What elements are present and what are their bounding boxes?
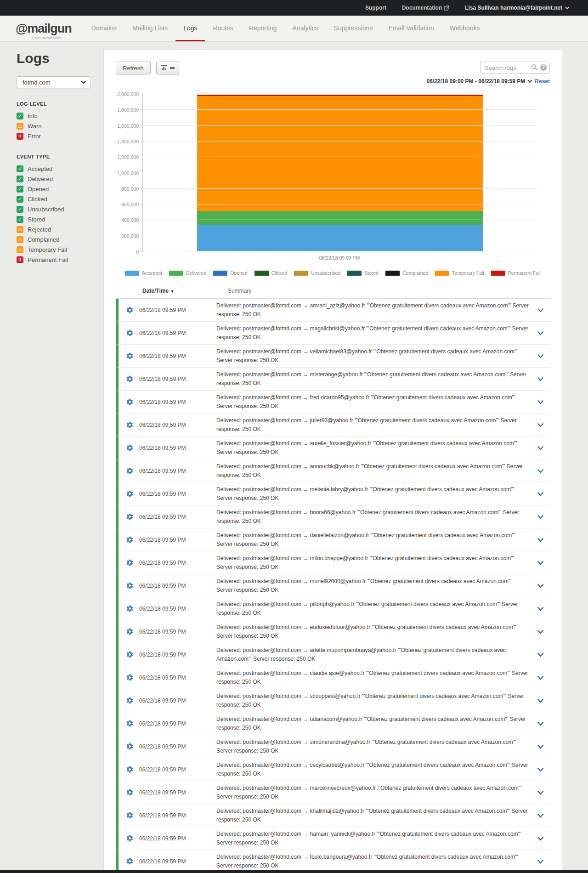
table-row[interactable]: 06/22/18 09:59 PM Delivered: postmaster@…	[116, 414, 550, 436]
table-row[interactable]: 06/22/18 09:59 PM Delivered: postmaster@…	[116, 345, 550, 368]
gear-icon[interactable]	[126, 788, 134, 796]
filter-stored[interactable]: ✓Stored	[17, 214, 103, 224]
nav-item-email-validation[interactable]: Email Validation	[380, 16, 441, 41]
table-row[interactable]: 06/22/18 09:59 PM Delivered: postmaster@…	[116, 574, 550, 597]
user-menu[interactable]: Lisa Sullivan harmonia@fairpoint.net	[465, 5, 570, 11]
check-icon[interactable]: ✓	[17, 176, 23, 182]
table-row[interactable]: 06/22/18 09:59 PM Delivered: postmaster@…	[116, 436, 550, 459]
table-row[interactable]: 06/22/18 09:59 PM Delivered: postmaster@…	[116, 551, 550, 574]
expand-chevron-icon[interactable]	[537, 744, 544, 749]
expand-chevron-icon[interactable]	[537, 469, 544, 473]
mailgun-logo[interactable]: @mailgun Email Automation	[16, 16, 72, 41]
filter-info[interactable]: ✓Info	[17, 111, 103, 121]
nav-item-analytics[interactable]: Analytics	[285, 16, 326, 41]
gear-icon[interactable]	[126, 651, 134, 658]
gear-icon[interactable]	[126, 467, 134, 475]
filter-delivered[interactable]: ✓Delivered	[17, 174, 103, 184]
gear-icon[interactable]	[126, 743, 134, 750]
gear-icon[interactable]	[126, 536, 134, 544]
expand-chevron-icon[interactable]	[537, 767, 544, 772]
table-row[interactable]: 06/22/18 09:59 PM Delivered: postmaster@…	[116, 459, 550, 482]
expand-chevron-icon[interactable]	[537, 721, 544, 726]
table-row[interactable]: 06/22/18 09:59 PM Delivered: postmaster@…	[116, 735, 550, 758]
gear-icon[interactable]	[126, 329, 134, 337]
check-icon[interactable]: ✓	[17, 196, 23, 203]
table-row[interactable]: 06/22/18 09:59 PM Delivered: postmaster@…	[116, 322, 550, 345]
expand-chevron-icon[interactable]	[537, 446, 544, 450]
expand-chevron-icon[interactable]	[537, 515, 544, 519]
expand-chevron-icon[interactable]	[537, 584, 544, 588]
expand-chevron-icon[interactable]	[537, 859, 544, 864]
refresh-button[interactable]: Refresh	[116, 62, 151, 74]
bar-segment-delivered[interactable]	[197, 211, 483, 225]
gear-icon[interactable]	[126, 834, 134, 842]
expand-chevron-icon[interactable]	[537, 652, 544, 657]
gear-icon[interactable]	[126, 582, 134, 590]
table-row[interactable]: 06/22/18 09:59 PM Delivered: postmaster@…	[116, 299, 550, 322]
expand-chevron-icon[interactable]	[537, 790, 544, 795]
warning-icon[interactable]: ⚠	[17, 226, 23, 233]
gear-icon[interactable]	[126, 559, 134, 567]
table-row[interactable]: 06/22/18 09:59 PM Delivered: postmaster@…	[116, 597, 550, 620]
expand-chevron-icon[interactable]	[537, 538, 544, 542]
table-row[interactable]: 06/22/18 09:59 PM Delivered: postmaster@…	[116, 689, 550, 712]
check-icon[interactable]: ✓	[17, 216, 23, 223]
check-icon[interactable]: ✓	[17, 186, 23, 193]
expand-chevron-icon[interactable]	[537, 400, 544, 404]
filter-temporary-fail[interactable]: ⚠Temporary Fail	[17, 244, 103, 255]
expand-chevron-icon[interactable]	[537, 354, 544, 358]
error-icon[interactable]: !!	[17, 133, 23, 140]
filter-accepted[interactable]: ✓Accepted	[17, 164, 103, 174]
gear-icon[interactable]	[126, 513, 134, 521]
nav-item-webhooks[interactable]: Webhooks	[442, 16, 488, 41]
column-header-datetime[interactable]: Date/Time ▼	[142, 288, 228, 294]
gear-icon[interactable]	[126, 398, 134, 406]
expand-chevron-icon[interactable]	[537, 331, 544, 335]
chevron-down-icon[interactable]	[527, 79, 532, 83]
table-row[interactable]: 06/22/18 09:59 PM Delivered: postmaster@…	[116, 781, 550, 804]
documentation-link[interactable]: Documentation	[402, 5, 449, 11]
check-icon[interactable]: ✓	[17, 206, 23, 213]
gear-icon[interactable]	[126, 765, 134, 773]
expand-chevron-icon[interactable]	[537, 492, 544, 496]
table-row[interactable]: 06/22/18 09:59 PM Delivered: postmaster@…	[116, 827, 550, 850]
nav-item-logs[interactable]: Logs	[175, 16, 205, 41]
search-icon[interactable]	[531, 64, 538, 71]
support-link[interactable]: Support	[365, 5, 386, 11]
gear-icon[interactable]	[126, 490, 134, 498]
gear-icon[interactable]	[126, 628, 134, 635]
gear-icon[interactable]	[126, 720, 134, 727]
gear-icon[interactable]	[126, 605, 134, 612]
nav-item-reporting[interactable]: Reporting	[241, 16, 285, 41]
filter-permanent-fail[interactable]: !!Permanent Fail	[17, 255, 103, 265]
domain-select[interactable]: fotmd.com	[17, 76, 91, 88]
gear-icon[interactable]	[126, 421, 134, 429]
table-row[interactable]: 06/22/18 09:59 PM Delivered: postmaster@…	[116, 804, 550, 827]
gear-icon[interactable]	[126, 444, 134, 452]
expand-chevron-icon[interactable]	[537, 836, 544, 841]
bar-segment-accepted[interactable]	[197, 225, 483, 251]
filter-warn[interactable]: ⚠Warn	[17, 121, 103, 131]
table-row[interactable]: 06/22/18 09:59 PM Delivered: postmaster@…	[116, 712, 550, 735]
gear-icon[interactable]	[126, 697, 134, 704]
expand-chevron-icon[interactable]	[537, 607, 544, 611]
expand-chevron-icon[interactable]	[537, 698, 544, 703]
expand-chevron-icon[interactable]	[537, 813, 544, 818]
expand-chevron-icon[interactable]	[537, 377, 544, 381]
gear-icon[interactable]	[126, 857, 134, 865]
gear-icon[interactable]	[126, 811, 134, 819]
table-row[interactable]: 06/22/18 09:59 PM Delivered: postmaster@…	[116, 391, 550, 414]
expand-chevron-icon[interactable]	[537, 308, 544, 312]
table-row[interactable]: 06/22/18 09:59 PM Delivered: postmaster@…	[116, 758, 550, 781]
warning-icon[interactable]: ⚠	[17, 236, 23, 243]
filter-complained[interactable]: ⚠Complained	[17, 234, 103, 244]
gear-icon[interactable]	[126, 306, 134, 314]
table-row[interactable]: 06/22/18 09:59 PM Delivered: postmaster@…	[116, 620, 550, 643]
filter-opened[interactable]: ✓Opened	[17, 184, 103, 194]
gear-icon[interactable]	[126, 674, 134, 681]
reset-link[interactable]: Reset	[535, 78, 550, 85]
expand-chevron-icon[interactable]	[537, 629, 544, 634]
table-row[interactable]: 06/22/18 09:59 PM Delivered: postmaster@…	[116, 528, 550, 551]
date-range-label[interactable]: 06/22/18 09:00 PM - 06/22/18 09:59 PM	[427, 78, 526, 85]
warning-icon[interactable]: ⚠	[17, 123, 23, 130]
